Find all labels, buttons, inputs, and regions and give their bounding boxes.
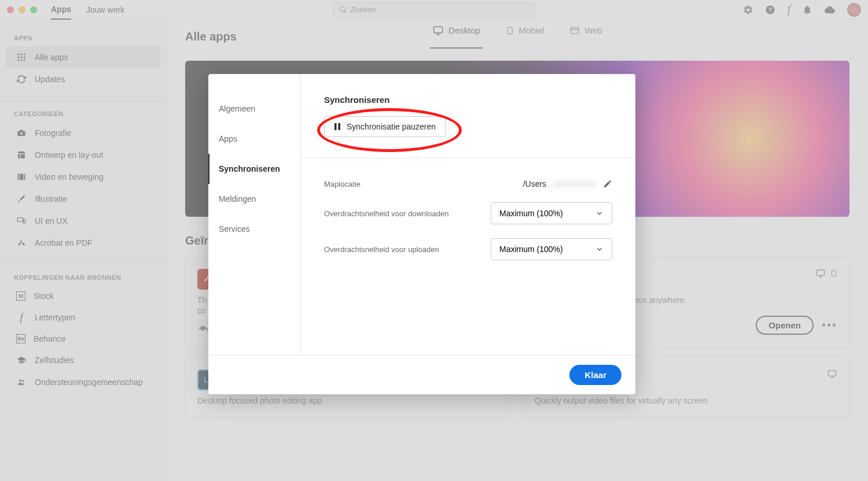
row-download-speed: Overdrachtsnelheid voor downloaden Maxim… <box>324 202 612 224</box>
download-label: Overdrachtsnelheid voor downloaden <box>324 209 491 218</box>
modal-footer: Klaar <box>208 355 635 394</box>
path-text: /Users <box>523 179 546 188</box>
modal-nav-sync[interactable]: Synchroniseren <box>208 154 300 184</box>
download-speed-select[interactable]: Maximum (100%) <box>491 202 612 224</box>
path-blurred: /xxxxxxxxxx <box>553 179 596 188</box>
modal-heading: Synchroniseren <box>324 95 612 105</box>
upload-speed-select[interactable]: Maximum (100%) <box>491 238 612 260</box>
svg-rect-27 <box>334 123 337 130</box>
modal-nav-services[interactable]: Services <box>208 214 300 244</box>
divider <box>301 158 635 158</box>
modal-nav-apps[interactable]: Apps <box>208 124 300 154</box>
select-value: Maximum (100%) <box>499 245 563 254</box>
chevron-down-icon <box>595 209 604 217</box>
done-button[interactable]: Klaar <box>569 365 621 385</box>
preferences-modal: Algemeen Apps Synchroniseren Meldingen S… <box>208 74 635 394</box>
modal-nav-notifications[interactable]: Meldingen <box>208 184 300 214</box>
modal-nav-general[interactable]: Algemeen <box>208 94 300 124</box>
row-upload-speed: Overdrachtsnelheid voor uploaden Maximum… <box>324 238 612 260</box>
row-location: Maplocatie /Users/xxxxxxxxxx <box>324 179 612 188</box>
upload-label: Overdrachtsnelheid voor uploaden <box>324 245 491 254</box>
chevron-down-icon <box>595 245 604 253</box>
location-value: /Users/xxxxxxxxxx <box>523 179 612 188</box>
modal-nav: Algemeen Apps Synchroniseren Meldingen S… <box>208 74 301 355</box>
select-value: Maximum (100%) <box>499 209 563 218</box>
modal-content: Synchroniseren Synchronisatie pauzeren M… <box>301 74 635 355</box>
pause-button-label: Synchronisatie pauzeren <box>347 122 436 131</box>
pause-icon <box>334 123 341 131</box>
location-label: Maplocatie <box>324 180 523 188</box>
pause-sync-button[interactable]: Synchronisatie pauzeren <box>324 116 446 137</box>
svg-rect-28 <box>339 123 341 130</box>
edit-icon[interactable] <box>603 179 612 188</box>
